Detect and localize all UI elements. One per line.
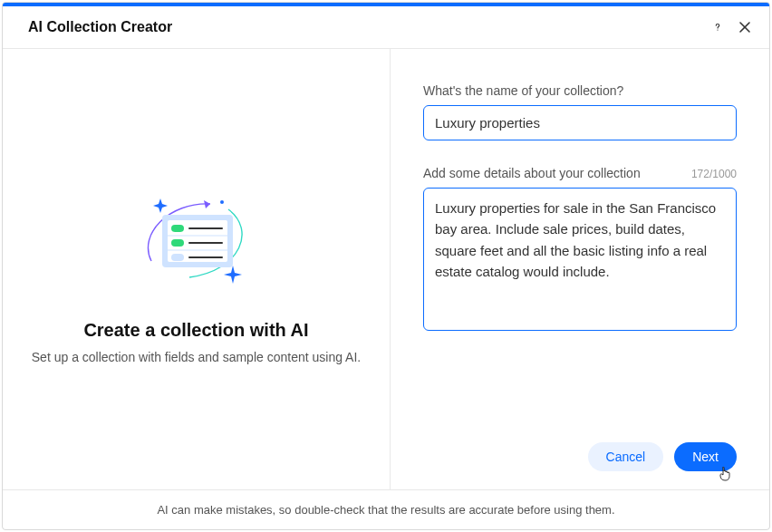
modal-content: Create a collection with AI Set up a col… bbox=[3, 49, 769, 489]
next-button[interactable]: Next bbox=[674, 442, 737, 471]
next-button-label: Next bbox=[692, 450, 719, 464]
details-label: Add some details about your collection bbox=[423, 166, 641, 180]
modal-title: AI Collection Creator bbox=[28, 19, 711, 35]
ai-collection-illustration bbox=[124, 175, 269, 302]
right-panel: What's the name of your collection? Add … bbox=[391, 49, 769, 489]
action-buttons: Cancel Next bbox=[423, 424, 737, 471]
svg-rect-6 bbox=[171, 225, 184, 232]
svg-point-14 bbox=[220, 200, 224, 204]
svg-marker-3 bbox=[204, 200, 210, 208]
modal-container: AI Collection Creator bbox=[2, 2, 770, 530]
modal-header: AI Collection Creator bbox=[3, 6, 769, 49]
svg-rect-12 bbox=[171, 254, 184, 261]
svg-rect-9 bbox=[171, 239, 184, 247]
collection-name-input[interactable] bbox=[423, 105, 737, 140]
footer-disclaimer: AI can make mistakes, so double-check th… bbox=[157, 503, 614, 517]
name-label: What's the name of your collection? bbox=[423, 83, 737, 98]
left-heading: Create a collection with AI bbox=[83, 320, 308, 341]
cancel-button[interactable]: Cancel bbox=[588, 442, 664, 471]
modal-footer: AI can make mistakes, so double-check th… bbox=[3, 489, 769, 529]
char-count: 172/1000 bbox=[691, 168, 737, 180]
cursor-pointer-icon bbox=[719, 467, 731, 484]
left-panel: Create a collection with AI Set up a col… bbox=[3, 49, 391, 489]
close-icon[interactable] bbox=[738, 21, 751, 34]
header-icons bbox=[711, 21, 751, 34]
details-label-row: Add some details about your collection 1… bbox=[423, 166, 737, 180]
svg-point-0 bbox=[717, 29, 718, 30]
collection-details-textarea[interactable] bbox=[423, 188, 737, 331]
left-subheading: Set up a collection with fields and samp… bbox=[32, 350, 361, 364]
help-icon[interactable] bbox=[711, 21, 724, 34]
